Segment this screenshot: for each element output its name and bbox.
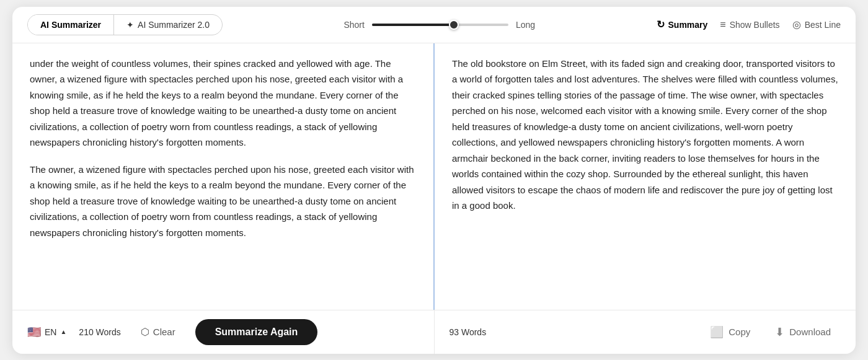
option-best-line[interactable]: ◎ Best Line [792,19,841,30]
output-options: ↻ Summary ≡ Show Bullets ◎ Best Line [657,19,841,30]
left-panel[interactable]: under the weight of countless volumes, t… [12,43,435,310]
option-summary[interactable]: ↻ Summary [657,19,708,30]
summarize-again-button[interactable]: Summarize Again [195,319,318,345]
tab-group: AI Summarizer ✦ AI Summarizer 2.0 [27,14,223,35]
bullets-icon: ≡ [720,19,725,30]
tab-ai-summarizer-2-label: AI Summarizer 2.0 [138,20,210,30]
slider-fill [372,24,454,26]
tab-ai-summarizer-label: AI Summarizer [40,20,101,30]
option-best-line-label: Best Line [805,20,841,30]
summary-icon: ↻ [657,19,665,30]
main-card: AI Summarizer ✦ AI Summarizer 2.0 Short … [12,7,856,354]
slider-thumb[interactable] [449,20,459,30]
tab-ai-summarizer-2[interactable]: ✦ AI Summarizer 2.0 [114,15,222,35]
sparkle-icon: ✦ [126,20,134,30]
download-icon: ⬇ [775,325,784,339]
copy-button[interactable]: ⬜ Copy [700,320,760,344]
copy-icon: ⬜ [710,325,724,339]
right-paragraph: The old bookstore on Elm Street, with it… [452,56,838,214]
language-badge[interactable]: 🇺🇸 EN ▲ [27,325,66,339]
left-paragraph-2: The owner, a wizened figure with spectac… [30,162,416,241]
copy-label: Copy [728,327,750,337]
slider-short-label: Short [343,20,364,30]
option-summary-label: Summary [668,20,708,30]
best-line-icon: ◎ [792,19,801,30]
slider-long-label: Long [516,20,535,30]
right-actions: ⬜ Copy ⬇ Download [700,320,841,344]
bottom-bar: 🇺🇸 EN ▲ 210 Words ⬡ Clear Summarize Agai… [12,310,856,354]
language-label: EN [45,327,56,337]
bottom-right: 93 Words ⬜ Copy ⬇ Download [435,312,856,353]
flag-icon: 🇺🇸 [27,325,41,339]
left-word-count: 210 Words [79,327,120,337]
download-label: Download [789,327,831,337]
right-panel: The old bookstore on Elm Street, with it… [435,43,856,310]
content-area: under the weight of countless volumes, t… [12,43,856,310]
left-paragraph-1: under the weight of countless volumes, t… [30,56,416,151]
length-slider[interactable] [372,24,508,26]
top-bar: AI Summarizer ✦ AI Summarizer 2.0 Short … [12,7,856,43]
tab-ai-summarizer[interactable]: AI Summarizer [28,15,114,35]
clear-button[interactable]: ⬡ Clear [133,321,183,343]
clear-icon: ⬡ [141,326,149,338]
clear-label: Clear [153,327,175,337]
bottom-left: 🇺🇸 EN ▲ 210 Words ⬡ Clear Summarize Agai… [12,310,435,354]
option-show-bullets[interactable]: ≡ Show Bullets [720,19,779,30]
option-show-bullets-label: Show Bullets [730,20,780,30]
right-word-count: 93 Words [450,327,487,337]
download-button[interactable]: ⬇ Download [765,320,841,344]
slider-section: Short Long [235,20,644,30]
dropdown-arrow-icon: ▲ [60,328,66,335]
